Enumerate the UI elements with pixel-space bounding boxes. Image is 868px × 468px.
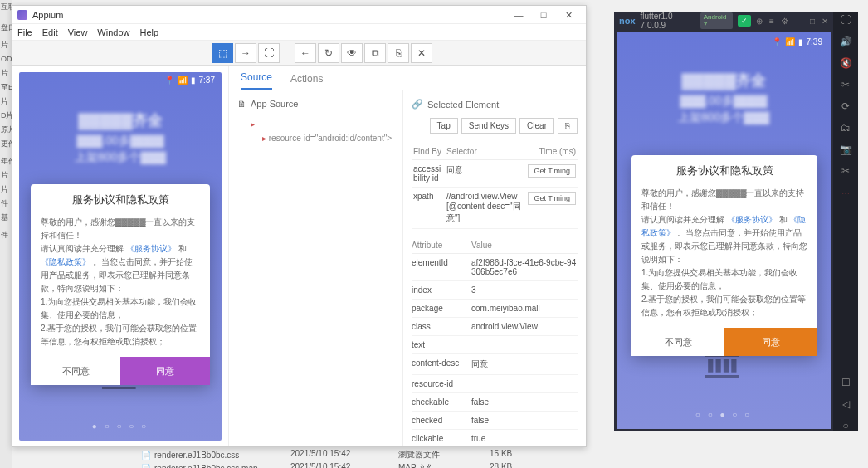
get-timing-button[interactable]: Get Timing (528, 164, 576, 178)
nox-service-agreement-link[interactable]: 《服务协议》 (727, 215, 777, 224)
selected-element-label: Selected Element (427, 100, 499, 110)
main-area: 📍 📶 ▮ 7:37 ▓▓▓▓▓齐全 ▓▓▓.00多▓▓▓▓ 上架800多个▓▓… (12, 66, 586, 446)
nox-wc-0[interactable]: ⊕ (756, 17, 763, 26)
nox-agree-button[interactable]: 同意 (724, 328, 817, 356)
nox-sidebar-button-3[interactable]: ✂ (838, 79, 853, 90)
privacy-policy-link[interactable]: 《隐私政策》 (41, 257, 90, 266)
nox-sidebar-button-12[interactable]: ○ (838, 420, 853, 431)
send-keys-button[interactable]: Send Keys (461, 118, 516, 134)
clear-button[interactable]: Clear (519, 118, 554, 134)
nox-wc-5[interactable]: ✕ (822, 17, 828, 26)
selected-element-header: 🔗 Selected Element (412, 99, 578, 110)
menu-help[interactable]: Help (139, 27, 158, 37)
nox-sidebar-button-0[interactable]: ⛶ (838, 14, 853, 26)
file-row[interactable]: 📄renderer.eJ1Bb0bc.css.map2021/5/10 15:4… (141, 461, 639, 468)
location-icon: 📍 (772, 37, 782, 46)
minimize-button[interactable]: — (506, 7, 531, 23)
device-screen[interactable]: 📍 📶 ▮ 7:37 ▓▓▓▓▓齐全 ▓▓▓.00多▓▓▓▓ 上架800多个▓▓… (19, 72, 222, 441)
appium-logo-icon (17, 10, 27, 20)
menu-window[interactable]: Window (97, 27, 129, 37)
toolbar-button-5[interactable]: 👁 (341, 43, 363, 63)
nox-wc-1[interactable]: ≡ (769, 17, 774, 26)
nox-wc-3[interactable]: — (795, 17, 803, 26)
tree-node[interactable]: ▸ (251, 117, 394, 131)
get-timing-button[interactable]: Get Timing (528, 192, 576, 205)
toolbar-button-8[interactable]: ✕ (411, 43, 432, 63)
toolbar-button-6[interactable]: ⧉ (364, 43, 386, 63)
nox-device-screen[interactable]: 📍 📶 ▮ 7:39 ▓▓▓▓▓齐全 ▓▓▓.00多▓▓▓▓ 上架800多个▓▓… (617, 32, 831, 429)
tree-node[interactable]: ▸ resource-id="android:id/content"> (262, 131, 394, 145)
inspector-tabs: Source Actions (229, 66, 586, 90)
attr-key: package (412, 304, 471, 313)
attr-value (471, 379, 578, 388)
window-title: Appium (32, 10, 506, 20)
toolbar-button-2[interactable]: ⛶ (258, 43, 280, 63)
nox-wc-4[interactable]: □ (810, 17, 815, 26)
selector-row: xpath//android.view.View[@content-desc="… (412, 188, 578, 229)
desktop-item: OD交 (0, 52, 12, 66)
toolbar-button-0[interactable]: ⬚ (212, 43, 233, 63)
titlebar: Appium — □ ✕ (12, 6, 586, 24)
attr-key: text (412, 340, 471, 349)
toolbar-button-1[interactable]: → (235, 43, 256, 63)
nox-dialog-title: 服务协议和隐私政策 (631, 155, 817, 183)
toolbar-button-7[interactable]: ⎘ (388, 43, 409, 63)
nox-sidebar-button-10[interactable]: ☐ (838, 377, 853, 388)
nox-dialog-buttons: 不同意 同意 (631, 328, 817, 356)
toolbar-button-4[interactable]: ↻ (318, 43, 339, 63)
attr-value: false (471, 397, 578, 407)
nox-wc-2[interactable]: ⚙ (781, 17, 788, 26)
desktop-item: 件 (0, 228, 12, 242)
agree-button[interactable]: 同意 (120, 357, 210, 385)
menu-file[interactable]: File (17, 27, 32, 37)
dlg-greeting: 尊敬的用户，感谢您▓▓▓▓▓一直以来的支持和信任！ (41, 217, 195, 240)
tap-button[interactable]: Tap (430, 118, 458, 134)
nox-bg-sub1: ▓▓▓.00多▓▓▓▓ (617, 94, 831, 109)
menu-edit[interactable]: Edit (42, 27, 58, 37)
attr-key: content-desc (412, 358, 471, 370)
desktop-item: 基 (0, 211, 12, 225)
attr-key: checkable (412, 397, 471, 407)
tab-source[interactable]: Source (241, 71, 272, 90)
service-agreement-link[interactable]: 《服务协议》 (126, 244, 176, 253)
toolbar-button-3[interactable]: ← (295, 43, 316, 63)
nox-sidebar-button-5[interactable]: 🗂 (838, 122, 853, 134)
nox-sidebar-button-11[interactable]: ◁ (838, 398, 853, 410)
file-name: renderer.eJ1Bb0bc.css.map (154, 464, 258, 469)
tab-actions[interactable]: Actions (290, 73, 323, 90)
nox-sidebar-button-7[interactable]: ✂ (838, 165, 853, 177)
nox-sidebar-button-6[interactable]: 📷 (838, 144, 853, 155)
close-button[interactable]: ✕ (556, 7, 581, 23)
nox-sidebar-button-8[interactable]: ··· (838, 187, 853, 198)
selector-row: accessibility id同意Get Timing (412, 160, 578, 188)
attr-key: clickable (412, 434, 471, 443)
nox-dlg-p2: 2.基于您的授权，我们可能会获取您的位置等信息，您有权拒绝或取消授权； (641, 295, 806, 317)
nox-sidebar: ⛶🔊🔇✂⟳🗂📷✂···☐◁○ (833, 12, 858, 431)
disagree-button[interactable]: 不同意 (31, 357, 120, 385)
nox-sidebar-button-4[interactable]: ⟳ (838, 100, 853, 112)
nox-sidebar-button-2[interactable]: 🔇 (838, 57, 853, 69)
nox-disagree-button[interactable]: 不同意 (631, 328, 724, 356)
col-findby: Find By (412, 144, 445, 160)
dlg-and: 和 (178, 244, 187, 253)
attr-value: 3 (471, 285, 578, 295)
file-name: renderer.eJ1Bb0bc.css (154, 451, 239, 460)
maximize-button[interactable]: □ (531, 7, 556, 23)
dialog-body: 尊敬的用户，感谢您▓▓▓▓▓一直以来的支持和信任！ 请认真阅读并充分理解 《服务… (31, 212, 210, 357)
bg-title: ▓▓▓▓▓齐全 (19, 110, 222, 130)
copy-button[interactable]: ⎘ (558, 118, 578, 134)
file-row[interactable]: 📄renderer.eJ1Bb0bc.css2021/5/10 15:42瀏覽器… (141, 448, 639, 461)
attr-header: Attribute Value (412, 237, 578, 254)
attribute-row: resource-id (412, 375, 578, 393)
attr-value: false (471, 416, 578, 425)
col-attribute: Attribute (412, 241, 471, 250)
clock: 7:37 (199, 76, 215, 85)
page-dots: ● ○ ○ ○ ○ (19, 422, 222, 431)
battery-icon: ▮ (798, 37, 803, 46)
menu-view[interactable]: View (68, 27, 88, 37)
desktop-item: 片 (0, 95, 12, 109)
link-icon: 🔗 (412, 99, 423, 110)
element-action-buttons: Tap Send Keys Clear ⎘ (412, 118, 578, 134)
nox-sidebar-button-1[interactable]: 🔊 (838, 36, 853, 47)
nox-clock: 7:39 (807, 37, 822, 46)
